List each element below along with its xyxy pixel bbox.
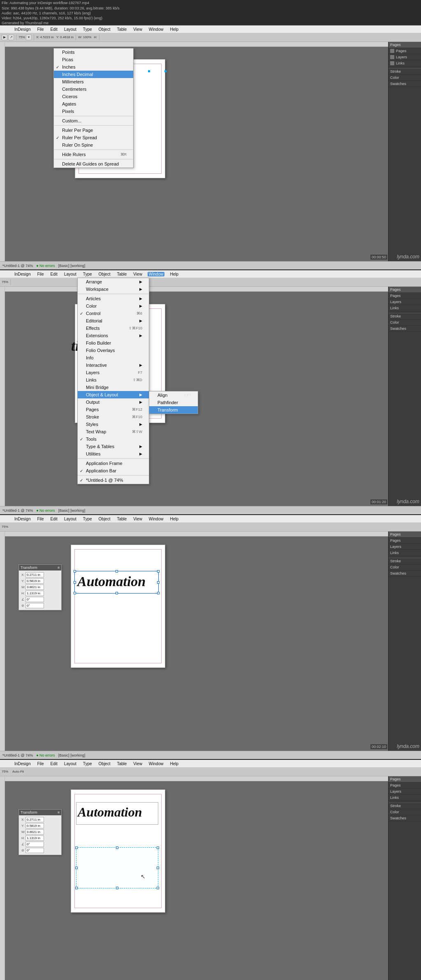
panel-pages-4[interactable]: Pages [389, 782, 421, 789]
menu-window-3[interactable]: Window [148, 517, 165, 521]
panel-layers-4[interactable]: Layers [389, 789, 421, 795]
menu-help-1[interactable]: Help [169, 27, 180, 32]
menu-workspace[interactable]: Workspace ▶ [78, 285, 149, 293]
menu-agates[interactable]: Agates [54, 100, 133, 108]
menu-help-4[interactable]: Help [169, 761, 180, 766]
menu-table-3[interactable]: Table [116, 517, 128, 521]
menu-object-layout[interactable]: Object & Layout ▶ Align ⇧F7 Pathfinder T… [78, 391, 149, 398]
transform-y-input-4[interactable] [25, 823, 44, 828]
menu-effects[interactable]: Effects ⇧⌘F10 [78, 324, 149, 332]
panel-layers-3[interactable]: Layers [389, 544, 421, 550]
menu-utilities[interactable]: Utilities ▶ [78, 450, 149, 458]
menu-type-3[interactable]: Type [82, 517, 93, 521]
menu-ciceros[interactable]: Ciceros [54, 93, 133, 100]
menu-type-2[interactable]: Type [82, 272, 93, 276]
transform-h-input-3[interactable] [25, 591, 44, 596]
panel-links-3[interactable]: Links [389, 550, 421, 556]
menu-mini-bridge[interactable]: Mini Bridge [78, 384, 149, 391]
menu-window-2[interactable]: Window [148, 272, 165, 276]
menu-layout-1[interactable]: Layout [63, 27, 78, 32]
menu-control[interactable]: Control ⌘6 [78, 310, 149, 317]
panel-color-4[interactable]: Color [389, 809, 421, 815]
menu-table-1[interactable]: Table [116, 27, 128, 32]
panel-stroke-2[interactable]: Stroke [389, 313, 421, 320]
menu-ruler-per-page[interactable]: Ruler Per Page [54, 127, 133, 134]
menu-links[interactable]: Links ⇧⌘D [78, 376, 149, 384]
panel-swatches-4[interactable]: Swatches [389, 815, 421, 821]
menu-type-tables[interactable]: Type & Tables ▶ [78, 443, 149, 450]
menu-articles[interactable]: Articles ▶ [78, 295, 149, 302]
menu-table-2[interactable]: Table [116, 272, 128, 276]
menu-untitled-1[interactable]: *Untitled-1 @ 74% [78, 476, 149, 484]
menu-text-wrap[interactable]: Text Wrap ⌘⇧W [78, 428, 149, 435]
tool-direct-1[interactable]: ↗ [8, 35, 14, 40]
menu-delete-guides[interactable]: Delete All Guides on Spread [54, 160, 133, 168]
menu-view-2[interactable]: View [132, 272, 143, 276]
menu-custom[interactable]: Custom... [54, 117, 133, 124]
transform-shear-input-4[interactable] [25, 848, 44, 853]
menu-hide-rulers[interactable]: Hide Rulers ⌘R [54, 151, 133, 158]
transform-x-input-4[interactable] [25, 817, 44, 822]
panel-stroke-3[interactable]: Stroke [389, 558, 421, 564]
menu-indesign-2[interactable]: InDesign [13, 272, 32, 276]
panel-layers-2[interactable]: Layers [389, 299, 421, 305]
menu-folio-builder[interactable]: Folio Builder [78, 339, 149, 347]
panel-stroke-4[interactable]: Stroke [389, 803, 421, 809]
panel-swatches-1[interactable]: Swatches [389, 81, 421, 87]
menu-file-3[interactable]: File [36, 517, 45, 521]
menu-indesign-4[interactable]: InDesign [13, 761, 32, 766]
menu-file-1[interactable]: File [36, 27, 45, 32]
panel-color-3[interactable]: Color [389, 564, 421, 571]
menu-edit-2[interactable]: Edit [49, 272, 59, 276]
menu-type-1[interactable]: Type [82, 27, 93, 32]
menu-window-1[interactable]: Window [148, 27, 165, 32]
menu-layout-2[interactable]: Layout [63, 272, 78, 276]
panel-pages-3[interactable]: Pages [389, 538, 421, 544]
menu-help-2[interactable]: Help [169, 272, 180, 276]
menu-arrange[interactable]: Arrange ▶ [78, 278, 149, 285]
menu-file-2[interactable]: File [36, 272, 45, 276]
tool-select-1[interactable]: ▶ [2, 35, 7, 40]
panel-links-1[interactable]: Links [389, 60, 421, 67]
transform-angle-input-3[interactable] [25, 597, 44, 602]
panel-pages-2[interactable]: Pages [389, 293, 421, 299]
submenu-align[interactable]: Align ⇧F7 [149, 391, 198, 399]
menu-inches[interactable]: Inches [54, 63, 133, 71]
menu-editorial[interactable]: Editorial ▶ [78, 317, 149, 324]
menu-indesign-3[interactable]: InDesign [13, 517, 32, 521]
transform-h-input-4[interactable] [25, 835, 44, 841]
menu-layout-3[interactable]: Layout [63, 517, 78, 521]
menu-view-3[interactable]: View [132, 517, 143, 521]
submenu-pathfinder[interactable]: Pathfinder [149, 399, 198, 406]
panel-stroke-1[interactable]: Stroke [389, 69, 421, 75]
menu-inches-decimal[interactable]: Inches Decimal [54, 71, 133, 78]
menu-edit-4[interactable]: Edit [49, 761, 59, 766]
transform-y-input-3[interactable] [25, 578, 44, 584]
menu-object-3[interactable]: Object [97, 517, 112, 521]
menu-tools[interactable]: Tools [78, 435, 149, 443]
menu-edit-1[interactable]: Edit [49, 27, 59, 32]
menu-file-4[interactable]: File [36, 761, 45, 766]
panel-swatches-3[interactable]: Swatches [389, 571, 421, 577]
menu-ruler-per-spread[interactable]: Ruler Per Spread [54, 134, 133, 141]
panel-swatches-2[interactable]: Swatches [389, 326, 421, 332]
menu-extensions[interactable]: Extensions ▶ [78, 332, 149, 339]
menu-object-4[interactable]: Object [97, 761, 112, 766]
menu-picas[interactable]: Picas [54, 56, 133, 63]
menu-stroke[interactable]: Stroke ⌘F10 [78, 413, 149, 421]
panel-pages-1[interactable]: Pages [389, 48, 421, 54]
menu-color[interactable]: Color ▶ [78, 302, 149, 310]
transform-shear-input-3[interactable] [25, 603, 44, 608]
menu-view-4[interactable]: View [132, 761, 143, 766]
zoom-dropdown-1[interactable]: ▾ [26, 35, 32, 40]
menu-points[interactable]: Points [54, 48, 133, 56]
menu-window-4[interactable]: Window [148, 761, 165, 766]
transform-x-input-3[interactable] [25, 572, 44, 577]
panel-color-2[interactable]: Color [389, 320, 421, 326]
menu-ruler-on-spine[interactable]: Ruler On Spine [54, 141, 133, 149]
menu-output[interactable]: Output ▶ [78, 398, 149, 406]
transform-w-input-3[interactable] [25, 584, 44, 590]
menu-info[interactable]: Info [78, 354, 149, 361]
transform-w-input-4[interactable] [25, 829, 44, 835]
menu-folio-overlays[interactable]: Folio Overlays [78, 347, 149, 354]
